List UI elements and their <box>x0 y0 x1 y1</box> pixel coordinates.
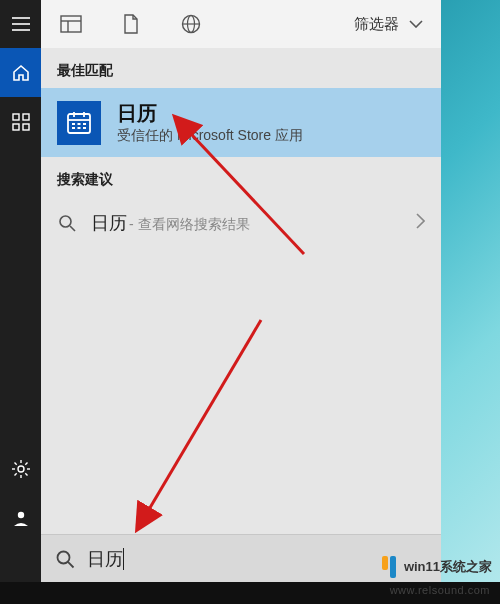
svg-line-12 <box>14 462 16 464</box>
globe-icon <box>181 14 201 34</box>
svg-line-34 <box>70 226 75 231</box>
suggestion-label: 日历 - 查看网络搜索结果 <box>91 211 250 235</box>
svg-rect-29 <box>83 123 86 125</box>
suggestion-hint: - 查看网络搜索结果 <box>129 216 250 234</box>
search-icon <box>57 214 77 232</box>
svg-point-35 <box>58 551 70 563</box>
calendar-icon <box>65 109 93 137</box>
suggestion-query: 日历 <box>91 211 127 235</box>
best-match-section-label: 最佳匹配 <box>41 48 441 88</box>
gear-icon <box>11 459 31 479</box>
watermark-url: www.relsound.com <box>390 584 490 596</box>
rail-home[interactable] <box>0 48 41 97</box>
person-icon <box>12 509 30 527</box>
rail-account[interactable] <box>0 493 41 542</box>
best-match-item[interactable]: 日历 受信任的 Microsoft Store 应用 <box>41 88 441 157</box>
watermark-logo <box>382 556 396 578</box>
watermark-site: win11系统之家 <box>404 558 492 576</box>
search-icon <box>55 549 75 569</box>
watermark: win11系统之家 <box>382 556 492 578</box>
svg-line-15 <box>14 473 16 475</box>
panel-empty-area <box>41 249 441 534</box>
svg-point-7 <box>18 466 24 472</box>
rail-apps[interactable] <box>0 97 41 146</box>
chevron-down-icon <box>409 20 423 28</box>
search-panel: 筛选器 最佳匹配 日历 受信任的 Microsoft Store 应用 搜索建议 <box>41 0 441 582</box>
document-icon <box>123 14 139 34</box>
scope-apps[interactable] <box>41 0 101 48</box>
filter-dropdown[interactable]: 筛选器 <box>354 0 441 48</box>
svg-rect-31 <box>78 127 81 129</box>
best-match-title: 日历 <box>117 100 303 127</box>
svg-rect-32 <box>83 127 86 129</box>
svg-rect-6 <box>23 124 29 130</box>
filter-label: 筛选器 <box>354 15 399 34</box>
best-match-subtitle: 受信任的 Microsoft Store 应用 <box>117 127 303 145</box>
hamburger-button[interactable] <box>0 0 41 48</box>
svg-line-13 <box>25 473 27 475</box>
svg-rect-28 <box>78 123 81 125</box>
home-icon <box>11 63 31 83</box>
svg-point-16 <box>17 511 23 517</box>
scope-documents[interactable] <box>101 0 161 48</box>
suggestions-section-label: 搜索建议 <box>41 157 441 197</box>
svg-line-36 <box>68 562 73 567</box>
best-match-tile <box>57 101 101 145</box>
svg-rect-30 <box>72 127 75 129</box>
svg-rect-17 <box>61 16 81 32</box>
scope-web[interactable] <box>161 0 221 48</box>
svg-rect-27 <box>72 123 75 125</box>
search-input[interactable]: 日历 <box>87 547 124 571</box>
svg-point-33 <box>60 216 71 227</box>
apps-icon <box>60 15 82 33</box>
svg-rect-4 <box>23 114 29 120</box>
grid-icon <box>12 113 30 131</box>
search-scope-bar: 筛选器 <box>41 0 441 48</box>
chevron-right-icon <box>416 213 425 233</box>
svg-rect-3 <box>13 114 19 120</box>
best-match-text: 日历 受信任的 Microsoft Store 应用 <box>117 100 303 145</box>
svg-line-14 <box>25 462 27 464</box>
start-left-rail <box>0 0 41 582</box>
svg-rect-5 <box>13 124 19 130</box>
rail-settings[interactable] <box>0 444 41 493</box>
text-caret <box>123 548 124 570</box>
suggestion-item[interactable]: 日历 - 查看网络搜索结果 <box>41 197 441 249</box>
search-input-value: 日历 <box>87 547 123 571</box>
